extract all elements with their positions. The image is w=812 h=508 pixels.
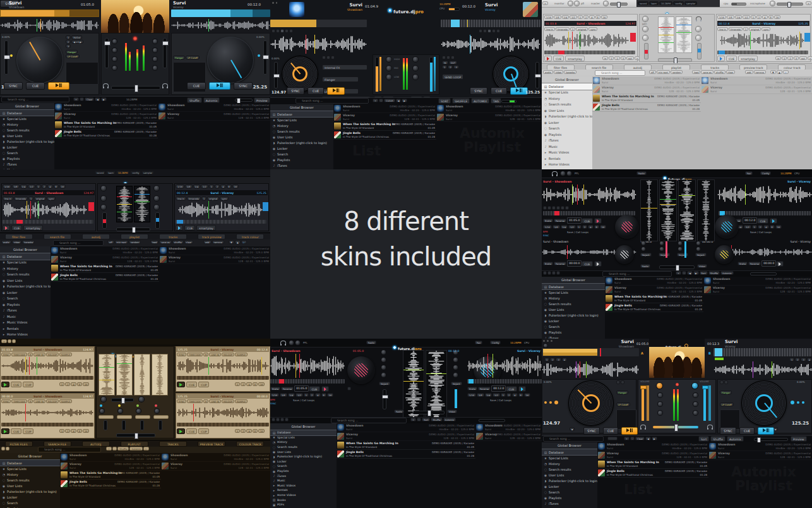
track-row[interactable]: ShowdownSurviDEMO AUDIO (2015) / Experim… xyxy=(333,104,436,113)
sidebar-item[interactable]: ◉User Lists xyxy=(542,472,597,478)
prev-button[interactable]: ◀ xyxy=(645,437,651,440)
deck-mode-chip[interactable]: SYNC xyxy=(1,353,11,356)
sidebar-item[interactable]: ♪Music xyxy=(0,313,51,320)
deck-a-waveform[interactable] xyxy=(3,201,87,219)
clear-button[interactable]: Clear xyxy=(85,97,94,101)
sidebar-item[interactable]: ◉User Lists xyxy=(270,134,333,140)
track-row[interactable]: ShowdownSurviDEMO AUDIO (2015) / Experim… xyxy=(54,103,158,112)
top-bar-button[interactable]: config xyxy=(673,1,684,5)
monitor-knob[interactable] xyxy=(101,397,106,402)
deck-c-waveform[interactable] xyxy=(1,404,93,421)
deck-a-cue-button[interactable]: CUE xyxy=(309,386,319,392)
loop-length-chip[interactable]: 2 xyxy=(65,382,70,386)
deck-mode-chip[interactable]: TIMECODE xyxy=(11,399,27,403)
gain-knob-1[interactable] xyxy=(100,409,104,413)
channel-3-fader[interactable] xyxy=(140,420,144,430)
sidebar-item[interactable]: ◉Locker xyxy=(0,144,54,150)
autodj-option-chip[interactable]: mix next xyxy=(657,70,670,74)
deck-a-waveform[interactable] xyxy=(0,19,99,32)
reverse-button[interactable]: Reverse xyxy=(281,387,294,390)
sidebar-item[interactable]: ▸Music Videos xyxy=(542,150,592,156)
deck-mode-chip[interactable]: timecode xyxy=(14,197,28,200)
loop-length-chip[interactable]: 16 xyxy=(59,184,66,188)
deck-a-play-button[interactable] xyxy=(594,218,602,224)
eq-mid-knob-a[interactable] xyxy=(658,402,662,406)
automix-button[interactable]: Automix xyxy=(443,418,457,421)
loop-length-chip[interactable]: 1/16 xyxy=(3,184,11,188)
loop-length-chip[interactable]: 16 xyxy=(83,382,89,386)
deck-mode-chip[interactable]: SYNC xyxy=(177,399,186,403)
track-row[interactable]: ShowdownSurviDEMO AUDIO (2015) / Experim… xyxy=(708,442,812,451)
eq-knob-a[interactable] xyxy=(643,27,648,32)
master-knob[interactable] xyxy=(604,1,608,6)
sidebar-item[interactable]: ◉Playlists xyxy=(542,131,592,138)
fx-select-1[interactable] xyxy=(99,415,114,419)
loop-length-chip[interactable]: 1 xyxy=(576,225,582,229)
fx-slot-1[interactable]: 1 xyxy=(66,35,71,39)
lock-icon[interactable]: ▪ xyxy=(570,427,575,431)
microphone-slider[interactable] xyxy=(777,3,803,6)
track-row[interactable]: ViceroySurviDEMO AUDIO (2015) / Experime… xyxy=(161,462,270,471)
sidebar-item[interactable]: ◌Search results xyxy=(0,127,54,133)
loop-length-chip[interactable]: 16 xyxy=(83,429,89,433)
deck-a-sync-button[interactable]: SYNC xyxy=(287,87,304,95)
browser-mode-chip[interactable] xyxy=(280,418,284,421)
loop-chip[interactable] xyxy=(289,29,293,33)
master-knob[interactable] xyxy=(296,341,300,345)
gain-knob-2[interactable] xyxy=(118,409,122,413)
browser-tab[interactable]: track colour xyxy=(236,234,264,239)
sidebar-item[interactable]: ★Special Lists xyxy=(542,455,597,461)
loop-length-chip[interactable]: 8 xyxy=(768,15,773,19)
track-row[interactable]: ViceroySurviDEMO AUDIO (2015) / Experime… xyxy=(703,286,812,294)
media-filter-chip[interactable]: video xyxy=(12,240,22,244)
sidebar-item[interactable]: ◌Search xyxy=(542,324,605,329)
loop-length-chip[interactable]: 1/2 xyxy=(744,225,751,229)
deck-mode-chip[interactable]: sync xyxy=(588,27,597,31)
loop-length-chip[interactable]: 2 xyxy=(215,184,220,188)
fx-slot-3[interactable]: 3 xyxy=(66,44,71,48)
track-row[interactable]: ShowdownSurviDEMO AUDIO (2015) / Experim… xyxy=(158,103,270,112)
sidebar-item[interactable]: ▤Database xyxy=(270,430,337,435)
deck-mode-chip[interactable]: LINE IN xyxy=(209,353,221,356)
eq-low-knob[interactable] xyxy=(153,57,157,61)
deck-b-pitch-fader[interactable] xyxy=(263,40,267,75)
deck-a-waveform[interactable] xyxy=(544,32,629,49)
loop-length-chip[interactable]: 1 xyxy=(36,184,41,188)
loop-length-chip[interactable]: 8 xyxy=(253,429,258,433)
sidebar-item[interactable]: ◌Search results xyxy=(270,128,333,134)
sidebar-item[interactable]: ◉Playlists xyxy=(0,155,54,161)
eq-high-knob-a[interactable] xyxy=(381,358,386,362)
deck-b-smartplay-button[interactable]: smartplay xyxy=(738,56,758,61)
loop-length-chip[interactable]: 8 xyxy=(321,393,326,397)
learn-button[interactable]: learn xyxy=(106,171,116,174)
media-filter-chip[interactable]: video xyxy=(554,70,564,74)
top-bar-chip[interactable] xyxy=(8,339,11,343)
track-row[interactable]: ShowdownSurviDEMO AUDIO (2015) / Experim… xyxy=(60,453,161,462)
track-row[interactable]: ViceroySurviDEMO AUDIO (2015) / Experime… xyxy=(701,85,812,94)
deck-mode-chip[interactable]: timecode xyxy=(187,197,201,200)
sidebar-item[interactable]: ▤Database xyxy=(542,449,597,455)
deck-d-waveform[interactable] xyxy=(177,404,269,421)
loop-length-chip[interactable]: 4 xyxy=(762,15,767,19)
sidebar-item[interactable]: ◉Locker xyxy=(270,459,337,464)
top-bar-button[interactable]: record xyxy=(638,1,648,5)
loop-length-chip[interactable]: 4 xyxy=(220,184,225,188)
gain-knob-3[interactable] xyxy=(678,241,682,245)
loop-length-chip[interactable]: 2 xyxy=(241,429,246,433)
loop-length-chip[interactable]: 1/16 xyxy=(467,393,476,397)
fx-bank-select[interactable]: Internal FX xyxy=(322,64,367,70)
sidebar-item[interactable]: ◔History xyxy=(0,471,60,477)
track-row[interactable]: ViceroySurviDEMO AUDIO (2015) / Experime… xyxy=(605,286,703,294)
radio-source-chip[interactable]: Radio xyxy=(394,409,404,413)
deck-a-vinyl-jog[interactable] xyxy=(568,380,614,426)
master-bpm[interactable]: 10.2BPM xyxy=(116,171,129,174)
deck-b-cue-button[interactable]: CUE xyxy=(506,386,516,392)
deck-a-waveform[interactable] xyxy=(1,357,93,375)
autodj-option-chip[interactable]: off xyxy=(649,70,656,74)
loop-length-chip[interactable]: 16 xyxy=(601,15,607,19)
sidebar-item[interactable]: ★Special Lists xyxy=(0,466,60,471)
sidebar-item[interactable]: ◌Search xyxy=(270,464,337,469)
loop-length-chip[interactable]: 1/8 xyxy=(552,225,560,229)
sidebar-item[interactable]: ▤Database xyxy=(0,110,54,116)
track-row[interactable]: ShowdownSurviDEMO AUDIO (2015) / Experim… xyxy=(337,423,475,432)
